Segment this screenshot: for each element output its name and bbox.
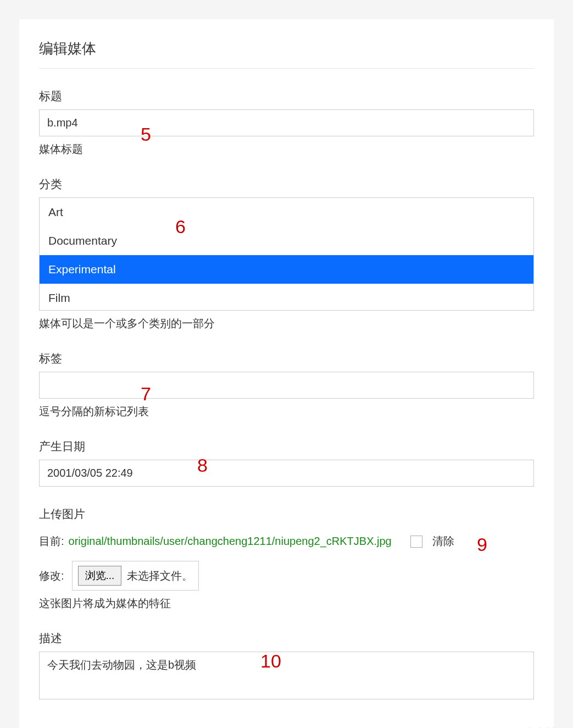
- tags-input[interactable]: [39, 372, 534, 399]
- category-help: 媒体可以是一个或多个类别的一部分: [39, 316, 534, 331]
- category-option-experimental[interactable]: Experimental: [40, 255, 533, 284]
- category-select[interactable]: Art Documentary Experimental Film: [39, 197, 534, 311]
- upload-label: 上传图片: [39, 506, 534, 522]
- description-input[interactable]: [39, 652, 534, 699]
- upload-current-row: 目前: original/thumbnails/user/changcheng1…: [39, 534, 534, 549]
- title-input[interactable]: [39, 109, 534, 136]
- annotation-10: 10: [260, 650, 281, 672]
- tags-label: 标签: [39, 351, 534, 366]
- annotation-6: 6: [175, 216, 186, 238]
- upload-modify-row: 修改: 浏览... 未选择文件。: [39, 561, 534, 591]
- current-file-link[interactable]: original/thumbnails/user/changcheng1211/…: [69, 535, 392, 548]
- tags-help: 逗号分隔的新标记列表: [39, 404, 534, 419]
- annotation-9: 9: [477, 534, 487, 555]
- category-option-film[interactable]: Film: [40, 284, 533, 311]
- no-file-text: 未选择文件。: [127, 569, 193, 583]
- browse-button[interactable]: 浏览...: [78, 566, 122, 586]
- title-help: 媒体标题: [39, 142, 534, 157]
- date-group: 产生日期: [39, 439, 534, 487]
- page-title: 编辑媒体: [39, 39, 534, 69]
- edit-media-card: 编辑媒体 标题 媒体标题 分类 Art Documentary Experime…: [19, 19, 554, 728]
- date-label: 产生日期: [39, 439, 534, 454]
- file-widget: 浏览... 未选择文件。: [72, 561, 199, 591]
- description-label: 描述: [39, 631, 534, 646]
- annotation-8: 8: [197, 455, 208, 476]
- category-option-art[interactable]: Art: [40, 198, 533, 227]
- clear-label: 清除: [432, 534, 454, 549]
- date-input[interactable]: [39, 460, 534, 487]
- current-label: 目前:: [39, 534, 64, 549]
- title-label: 标题: [39, 89, 534, 104]
- annotation-5: 5: [141, 124, 151, 145]
- tags-group: 标签 逗号分隔的新标记列表: [39, 351, 534, 419]
- title-group: 标题 媒体标题: [39, 89, 534, 157]
- description-group: 描述: [39, 631, 534, 699]
- annotation-7: 7: [141, 383, 151, 405]
- upload-group: 上传图片 目前: original/thumbnails/user/changc…: [39, 506, 534, 611]
- category-group: 分类 Art Documentary Experimental Film 媒体可…: [39, 177, 534, 331]
- category-label: 分类: [39, 177, 534, 192]
- clear-checkbox[interactable]: [410, 536, 422, 548]
- modify-label: 修改:: [39, 569, 64, 583]
- upload-help: 这张图片将成为媒体的特征: [39, 596, 534, 611]
- watermark: CSDN @小小测开: [484, 726, 564, 728]
- category-option-documentary[interactable]: Documentary: [40, 227, 533, 255]
